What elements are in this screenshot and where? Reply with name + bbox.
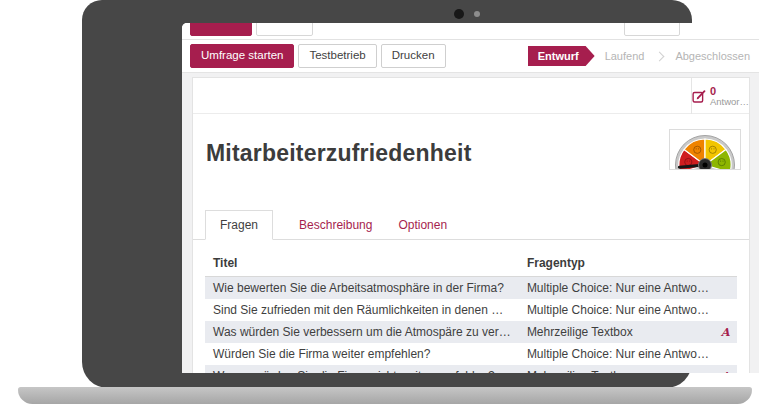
- question-title: Wie bewerten Sie die Arbeitsatmosphäre i…: [205, 277, 519, 300]
- column-titel: Titel: [205, 253, 519, 277]
- question-title: Würden Sie die Firma weiter empfehlen?: [205, 343, 519, 365]
- workflow-steps: Entwurf Laufend Abgeschlossen: [528, 46, 750, 66]
- text-answer-flag-icon: A: [721, 326, 730, 339]
- survey-card: 0 Antwor… Mitarbeiterzufriedenheit: [192, 77, 750, 373]
- testbetrieb-button[interactable]: Testbetrieb: [298, 44, 376, 68]
- camera-led-icon: [474, 11, 480, 17]
- column-flag: [717, 253, 737, 277]
- answers-badge[interactable]: 0 Antwor…: [691, 78, 749, 114]
- table-row[interactable]: Würden Sie die Firma weiter empfehlen? M…: [205, 343, 737, 365]
- card-header: 0 Antwor…: [193, 78, 749, 114]
- drucken-button[interactable]: Drucken: [381, 44, 446, 68]
- tab-fragen[interactable]: Fragen: [205, 210, 273, 240]
- table-row[interactable]: Sind Sie zufrieden mit den Räumlichkeite…: [205, 299, 737, 321]
- table-header-row: Titel Fragentyp: [205, 253, 737, 277]
- answers-label: Antwor…: [710, 97, 749, 107]
- tab-optionen[interactable]: Optionen: [398, 211, 447, 239]
- table-row[interactable]: Was würden Sie verbessern um die Atmospä…: [205, 321, 737, 343]
- content-area: 0 Antwor… Mitarbeiterzufriedenheit: [182, 73, 759, 373]
- satisfaction-gauge-image: [669, 129, 741, 170]
- laptop-mockup: Umfrage starten Testbetrieb Drucken Entw…: [0, 0, 770, 404]
- clipped-right-button[interactable]: [624, 23, 680, 36]
- laptop-frame: Umfrage starten Testbetrieb Drucken Entw…: [82, 0, 692, 388]
- survey-toolbar: Umfrage starten Testbetrieb Drucken Entw…: [182, 40, 759, 73]
- clipped-secondary-button[interactable]: [256, 23, 313, 36]
- step-abgeschlossen: Abgeschlossen: [675, 50, 750, 62]
- text-answer-flag-icon: A: [721, 370, 730, 373]
- table-row[interactable]: Warum würden Sie die Firma nicht weitere…: [205, 365, 737, 373]
- clipped-top-toolbar: [182, 23, 759, 40]
- question-type: Mehrzeilige Textbox: [519, 365, 717, 373]
- question-type: Multiple Choice: Nur eine Antwort erlaub…: [519, 343, 717, 365]
- answers-count: 0: [710, 85, 749, 97]
- survey-title: Mitarbeiterzufriedenheit: [206, 140, 472, 167]
- tab-beschreibung[interactable]: Beschreibung: [299, 211, 372, 239]
- question-title: Was würden Sie verbessern um die Atmospä…: [205, 321, 519, 343]
- step-entwurf[interactable]: Entwurf: [528, 46, 595, 66]
- table-row[interactable]: Wie bewerten Sie die Arbeitsatmosphäre i…: [205, 277, 737, 300]
- question-type: Multiple Choice: Nur eine Antwort erlaub…: [519, 299, 717, 321]
- clipped-primary-button[interactable]: [190, 23, 252, 36]
- question-title: Warum würden Sie die Firma nicht weitere…: [205, 365, 519, 373]
- question-type: Multiple Choice: Nur eine Antwort erlaub…: [519, 277, 717, 300]
- title-row: Mitarbeiterzufriedenheit: [193, 114, 749, 211]
- camera-icon: [454, 9, 464, 19]
- chevron-right-icon: [655, 51, 665, 61]
- edit-icon: [692, 88, 707, 104]
- card-tabs: Fragen Beschreibung Optionen: [193, 211, 749, 240]
- question-title: Sind Sie zufrieden mit den Räumlichkeite…: [205, 299, 519, 321]
- umfrage-starten-button[interactable]: Umfrage starten: [190, 44, 294, 68]
- column-fragentyp: Fragentyp: [519, 253, 717, 277]
- laptop-base: [18, 387, 752, 404]
- question-type: Mehrzeilige Textbox: [519, 321, 717, 343]
- laptop-screen: Umfrage starten Testbetrieb Drucken Entw…: [182, 23, 759, 373]
- questions-table: Titel Fragentyp Wie bewerten Sie die Arb…: [205, 253, 737, 373]
- step-laufend: Laufend: [605, 50, 645, 62]
